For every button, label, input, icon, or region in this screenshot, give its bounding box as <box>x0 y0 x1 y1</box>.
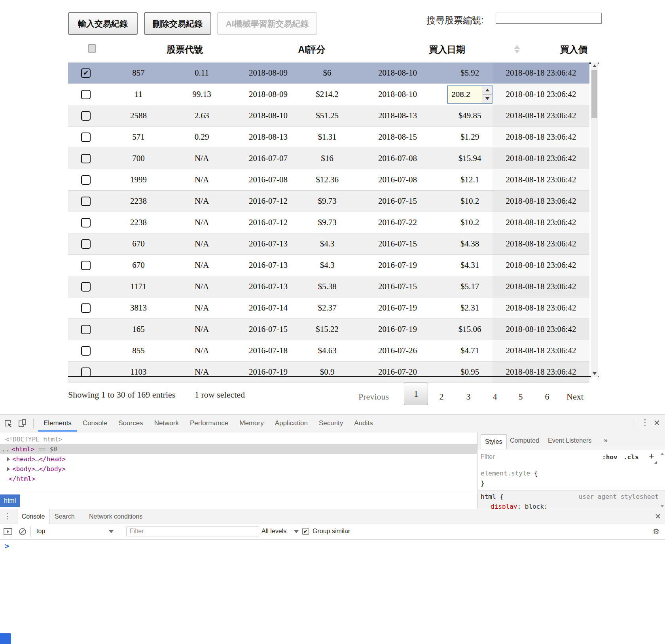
element-style-rule[interactable]: element.style { } <box>477 466 665 491</box>
table-row[interactable]: 1171 N/A 2016-07-13 $5.38 2016-07-15 $5.… <box>68 276 589 297</box>
delete-record-button[interactable]: 刪除交易紀錄 <box>144 12 211 35</box>
expand-arrow-icon[interactable] <box>7 467 10 472</box>
html-node-selected[interactable]: .. <html> == $0 <box>0 444 477 454</box>
devtools-tab-application[interactable]: Application <box>269 415 313 432</box>
add-record-button[interactable]: 輸入交易紀錄 <box>68 12 138 35</box>
buy-price-editor[interactable]: 208.2 <box>447 85 493 104</box>
tab-computed[interactable]: Computed <box>510 432 539 449</box>
pagination-page-2[interactable]: 2 <box>434 392 449 402</box>
pagination-page-3[interactable]: 3 <box>460 392 476 402</box>
row-checkbox[interactable] <box>81 346 91 356</box>
row-checkbox[interactable] <box>81 90 91 99</box>
row-checkbox[interactable] <box>81 175 91 185</box>
scroll-down-arrow-icon[interactable] <box>591 370 598 377</box>
devtools-menu-icon[interactable]: ⋮ <box>641 418 649 427</box>
spinner-down-icon[interactable] <box>483 95 492 103</box>
pagination-previous[interactable]: Previous <box>358 392 389 402</box>
col-header-ai-score[interactable]: AI評分 <box>298 44 326 56</box>
devtools-tab-security[interactable]: Security <box>313 415 349 432</box>
row-checkbox[interactable] <box>81 218 91 227</box>
styles-scroll-up-icon[interactable] <box>660 453 664 455</box>
console-settings-gear-icon[interactable]: ⚙ <box>653 527 659 536</box>
devtools-tab-performance[interactable]: Performance <box>184 415 234 432</box>
html-user-agent-rule[interactable]: html { user agent stylesheet display: bl… <box>477 491 665 509</box>
devtools-close-icon[interactable]: ✕ <box>654 418 660 428</box>
scroll-up-arrow-icon[interactable] <box>591 63 598 69</box>
toggle-hover-state-button[interactable]: :hov <box>602 453 618 461</box>
console-sidebar-toggle-icon[interactable] <box>3 527 13 538</box>
devtools-tab-audits[interactable]: Audits <box>349 415 378 432</box>
row-checkbox[interactable] <box>81 197 91 206</box>
execution-context-dropdown[interactable]: top <box>34 524 117 539</box>
device-toolbar-icon[interactable] <box>17 419 27 428</box>
table-row[interactable]: 3813 N/A 2016-07-14 $2.37 2016-07-19 $2.… <box>68 297 589 319</box>
group-similar-checkbox[interactable] <box>302 528 309 535</box>
table-row[interactable]: 670 N/A 2016-07-13 $4.3 2016-07-19 $4.31… <box>68 255 589 276</box>
drawer-tab-console[interactable]: Console <box>17 509 49 524</box>
toggle-class-button[interactable]: .cls <box>623 453 639 461</box>
spinner-up-icon[interactable] <box>483 86 492 95</box>
inspect-element-icon[interactable] <box>3 419 13 428</box>
devtools-tab-memory[interactable]: Memory <box>234 415 269 432</box>
drawer-tab-network-conditions[interactable]: Network conditions <box>89 509 142 524</box>
expand-arrow-icon[interactable] <box>7 457 10 462</box>
new-style-rule-button[interactable]: + <box>649 451 654 462</box>
html-close-node[interactable]: </html> <box>0 474 477 484</box>
col-header-stock-code[interactable]: 股票代號 <box>167 44 203 56</box>
sort-both-icon[interactable] <box>514 45 520 53</box>
table-row[interactable]: 670 N/A 2016-07-13 $4.3 2016-07-15 $4.38… <box>68 233 589 255</box>
row-checkbox[interactable] <box>81 239 91 249</box>
more-tabs-icon[interactable]: » <box>604 432 608 449</box>
devtools-tab-console[interactable]: Console <box>77 415 113 432</box>
editor-value[interactable]: 208.2 <box>448 86 483 103</box>
head-node[interactable]: <head> … </head> <box>0 454 477 464</box>
table-row[interactable]: 2588 2.63 2018-08-10 $51.25 2018-08-13 $… <box>68 105 589 127</box>
devtools-tab-network[interactable]: Network <box>149 415 184 432</box>
tab-event-listeners[interactable]: Event Listeners <box>548 432 591 449</box>
select-all-checkbox[interactable] <box>88 44 96 53</box>
table-row[interactable]: 2238 N/A 2016-07-12 $9.73 2016-07-22 $10… <box>68 212 589 233</box>
table-row[interactable]: 857 0.11 2018-08-09 $6 2018-08-10 $5.92 … <box>68 63 589 84</box>
pagination-page-4[interactable]: 4 <box>487 392 503 402</box>
clear-console-icon[interactable] <box>18 527 27 538</box>
styles-filter-input[interactable]: Filter <box>481 453 495 460</box>
row-checkbox[interactable] <box>81 68 91 78</box>
body-node[interactable]: <body> … </body> <box>0 464 477 474</box>
devtools-tab-elements[interactable]: Elements <box>38 415 77 432</box>
scrollbar-thumb[interactable] <box>591 70 597 118</box>
table-row[interactable]: 1999 N/A 2016-07-08 $12.36 2016-07-08 $1… <box>68 169 589 191</box>
row-checkbox[interactable] <box>81 111 91 121</box>
pagination-page-5[interactable]: 5 <box>513 392 529 402</box>
col-header-buy-date[interactable]: 買入日期 <box>429 44 465 56</box>
console-prompt-chevron[interactable]: > <box>5 542 9 550</box>
pagination-page-1-active[interactable]: 1 <box>404 383 428 405</box>
row-checkbox[interactable] <box>81 367 91 377</box>
number-spinner[interactable] <box>483 86 492 103</box>
pagination-next[interactable]: Next <box>566 392 584 402</box>
drawer-close-icon[interactable]: ✕ <box>655 512 661 521</box>
table-row[interactable]: 571 0.29 2018-08-13 $1.31 2018-08-15 $1.… <box>68 127 589 148</box>
styles-scroll-down-icon[interactable] <box>660 505 664 508</box>
drawer-menu-icon[interactable]: ⋮ <box>4 511 11 521</box>
table-scrollbar[interactable] <box>591 63 598 377</box>
breadcrumb-html-chip[interactable]: html <box>0 494 20 507</box>
table-row[interactable]: 855 N/A 2016-07-18 $4.63 2016-07-26 $4.7… <box>68 340 589 362</box>
table-row[interactable]: 2238 N/A 2016-07-12 $9.73 2016-07-15 $10… <box>68 191 589 212</box>
row-checkbox[interactable] <box>81 282 91 292</box>
doctype-node[interactable]: <!DOCTYPE html> <box>0 434 477 444</box>
row-checkbox[interactable] <box>81 154 91 163</box>
search-stock-input[interactable] <box>496 13 602 24</box>
table-row[interactable]: 165 N/A 2016-07-15 $15.22 2016-07-19 $15… <box>68 319 589 340</box>
row-checkbox[interactable] <box>81 325 91 334</box>
tab-styles[interactable]: Styles <box>481 434 507 449</box>
table-row[interactable]: 700 N/A 2016-07-07 $16 2016-07-08 $15.94… <box>68 148 589 169</box>
drawer-tab-search[interactable]: Search <box>55 509 75 524</box>
devtools-tab-sources[interactable]: Sources <box>113 415 148 432</box>
row-checkbox[interactable] <box>81 303 91 313</box>
row-checkbox[interactable] <box>81 261 91 270</box>
table-row[interactable]: 1103 N/A 2016-07-19 $0.9 2016-07-20 $0.9… <box>68 362 589 383</box>
row-checkbox[interactable] <box>81 133 91 142</box>
console-filter-input[interactable] <box>126 526 259 536</box>
table-row[interactable]: 11 99.13 2018-08-09 $214.2 2018-08-10 20… <box>68 84 589 105</box>
col-header-buy-price[interactable]: 買入價 <box>560 44 587 56</box>
